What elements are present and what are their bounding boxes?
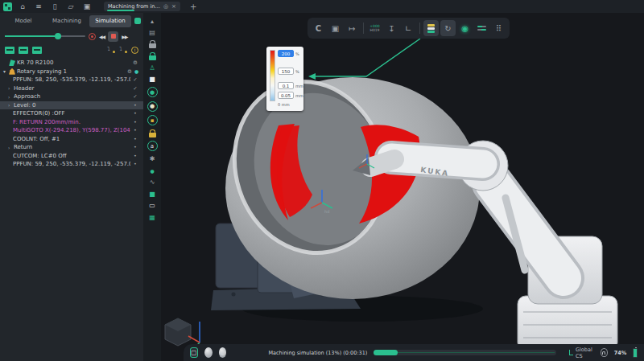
- dot-mark: •: [130, 153, 140, 159]
- legend-thk1-input[interactable]: [278, 82, 294, 89]
- machine-list-icon[interactable]: [32, 47, 42, 54]
- paint-simulation-icon[interactable]: [423, 20, 439, 36]
- tree-row-goto[interactable]: MultiGOTO X(-294.218), Y(598.77), Z(1047…: [0, 126, 143, 135]
- collapse-icon[interactable]: ▾: [3, 68, 9, 74]
- tab-simulation[interactable]: Simulation: [89, 15, 131, 27]
- legend-thk2-input[interactable]: [278, 92, 294, 99]
- machine-zero-icon[interactable]: ▣: [328, 20, 343, 36]
- tree-row-approach[interactable]: › Approach ✓: [0, 92, 143, 101]
- legend-min-label: 0 mm: [278, 102, 290, 107]
- wave-icon[interactable]: ∿: [147, 178, 157, 187]
- expand-icon[interactable]: ›: [8, 145, 14, 150]
- go-to-end-icon[interactable]: ⤵: [119, 46, 127, 54]
- render-mode-wireframe-button[interactable]: ◍: [219, 347, 227, 358]
- bulb-icon[interactable]: ●: [147, 101, 158, 112]
- dot-mark: •: [130, 110, 140, 117]
- operator-view-icon[interactable]: ●: [147, 87, 158, 97]
- unlock-icon[interactable]: [149, 43, 156, 48]
- document-tab[interactable]: Machining from in… ◎ ×: [104, 2, 180, 11]
- stop-button[interactable]: [108, 31, 118, 42]
- machine-icon[interactable]: ▤: [147, 29, 157, 37]
- machine-view-icon[interactable]: [5, 47, 14, 54]
- pin-tab-icon[interactable]: ◎: [163, 3, 168, 10]
- load-tool-icon[interactable]: ↧: [384, 20, 399, 36]
- svg-text:hd: hd: [324, 209, 329, 214]
- tree-row-header[interactable]: › Header ✓: [0, 84, 143, 93]
- tree-row[interactable]: CUTCOM: LC#0 Off •: [0, 152, 143, 161]
- new-tab-button[interactable]: +: [190, 2, 196, 11]
- gear-icon[interactable]: ⚙: [130, 59, 140, 66]
- tool-head-icon[interactable]: ♙: [147, 64, 157, 72]
- fast-forward-button[interactable]: ▶▶: [122, 34, 127, 39]
- machine-parts-icon[interactable]: [19, 47, 28, 54]
- color-scale: [270, 50, 275, 101]
- home-icon[interactable]: ⌂: [17, 2, 28, 11]
- viewport-3d[interactable]: hd KUKA: [161, 13, 644, 361]
- dot-mark: •: [130, 136, 140, 142]
- legend-max-input[interactable]: [278, 50, 294, 57]
- legend-mid-input[interactable]: [278, 68, 294, 75]
- restart-warning-icon[interactable]: !: [131, 47, 138, 54]
- snowflake-icon[interactable]: ✱: [147, 155, 157, 163]
- tab-machining[interactable]: Machining: [46, 15, 88, 27]
- close-tab-icon[interactable]: ×: [171, 3, 176, 10]
- battery-icon: [633, 348, 638, 358]
- cube-icon[interactable]: ■: [147, 190, 157, 198]
- tree-row[interactable]: COOLNT: Off, #1 •: [0, 135, 143, 144]
- tree-row[interactable]: PPFUN: 59, 250, -535.379, -12.119, -257.…: [0, 160, 143, 169]
- dot-indicator-icon[interactable]: ●: [147, 166, 157, 174]
- battery-check-icon[interactable]: ▪: [147, 115, 158, 125]
- gear-icon[interactable]: ⚙: [125, 68, 134, 75]
- simulation-progress-bar[interactable]: [374, 350, 555, 355]
- coordinate-system-label[interactable]: Global CS: [569, 347, 594, 359]
- more-grid-icon[interactable]: ⠿: [491, 20, 506, 36]
- letter-a-icon[interactable]: a: [147, 141, 158, 151]
- record-button[interactable]: [89, 33, 96, 40]
- side-toolbar: ▴ ▤ ♙ ■ ● ● ▪ a ✱ ● ∿ ■ ▭ ▦: [143, 13, 161, 361]
- status-dot: ●: [134, 68, 140, 74]
- go-to-start-icon[interactable]: ⤵: [107, 46, 115, 54]
- grid-icon[interactable]: ▦: [147, 213, 157, 221]
- panel-pin-button[interactable]: [134, 18, 141, 24]
- tree-row-machine[interactable]: KR 70 R2100 ⚙: [0, 59, 143, 68]
- collapse-panel-icon[interactable]: ▴: [147, 17, 157, 25]
- render-mode-shaded-button[interactable]: [204, 347, 213, 358]
- expand-icon[interactable]: ›: [8, 94, 14, 100]
- import-icon[interactable]: ▣: [81, 2, 93, 11]
- diagram-icon[interactable]: ∟: [401, 20, 416, 36]
- c-axis-icon[interactable]: C: [311, 20, 326, 36]
- tree-row-operation[interactable]: ▾ Rotary spraying 1 ⚙ ●: [0, 68, 143, 76]
- simulation-tools-row: ⤵ ⤵ !: [0, 43, 143, 56]
- stop-square-icon[interactable]: ■: [147, 76, 157, 84]
- tree-row[interactable]: PPFUN: 58, 250, -535.379, -12.119, -257.…: [0, 76, 143, 84]
- export-hand-icon[interactable]: ↦: [345, 20, 360, 36]
- menu-icon[interactable]: ≡: [33, 2, 44, 11]
- levels-icon[interactable]: [474, 20, 489, 36]
- dot-mark: •: [130, 144, 140, 150]
- playback-controls: ◀◀ ▶▶: [0, 29, 143, 43]
- open-folder-icon[interactable]: ▱: [65, 2, 76, 11]
- panel-view-icon[interactable]: ▭: [147, 202, 157, 210]
- tree-row-return[interactable]: › Return •: [0, 143, 143, 152]
- collision-check-icon[interactable]: ◉: [457, 20, 473, 36]
- tab-model[interactable]: Model: [2, 15, 44, 27]
- lock-green-icon[interactable]: [149, 55, 156, 60]
- viewport-toolbar: C ▣ ↦ +000 H019 ↧ ∟ ↻ ◉ ⠿: [308, 18, 510, 39]
- rotate-icon[interactable]: ↻: [440, 20, 456, 36]
- tree-row-level-selected[interactable]: › Level: 0 •: [0, 101, 143, 110]
- tree-row[interactable]: EFFECTOR(0) :OFF •: [0, 109, 143, 118]
- dot-mark: •: [130, 102, 140, 109]
- expand-icon[interactable]: ›: [8, 102, 14, 108]
- app-logo-icon[interactable]: [3, 2, 12, 11]
- expand-icon[interactable]: ›: [8, 85, 14, 91]
- document-tab-label: Machining from in…: [108, 3, 160, 10]
- new-file-icon[interactable]: ▯: [49, 2, 60, 11]
- coordinates-icon[interactable]: +000 H019: [367, 20, 382, 36]
- rewind-button[interactable]: ◀◀: [99, 34, 105, 39]
- tree-row-feed[interactable]: F: RETURN 200mm/min. •: [0, 118, 143, 127]
- lock-gold-icon[interactable]: [149, 133, 156, 137]
- slider-thumb[interactable]: [55, 33, 61, 39]
- render-mode-solid-button[interactable]: ▢: [190, 347, 198, 358]
- notifications-bell-icon[interactable]: [601, 348, 608, 357]
- simulation-speed-slider[interactable]: [5, 35, 85, 37]
